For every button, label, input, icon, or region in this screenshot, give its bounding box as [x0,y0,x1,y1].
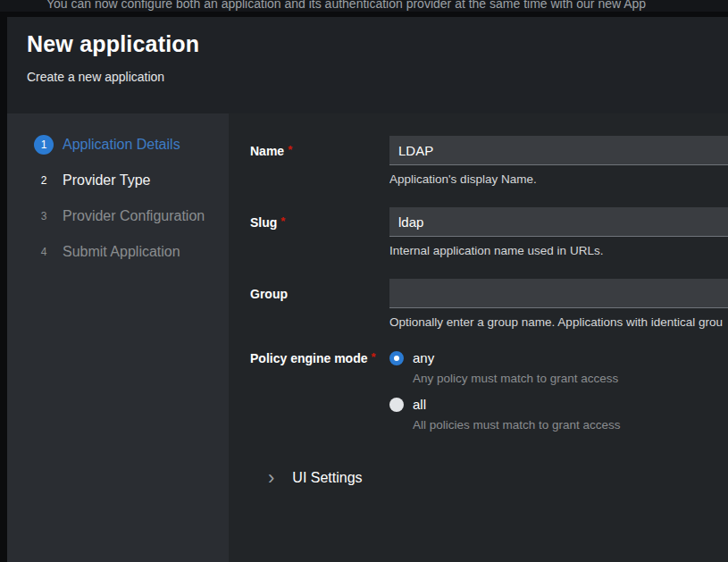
modal-subtitle: Create a new application [27,70,707,84]
wizard-nav: 1 Application Details 2 Provider Type 3 … [7,113,229,562]
name-help: Application's display Name. [389,172,728,186]
step-label: Submit Application [63,244,180,260]
radio-any-label: any [413,350,434,365]
group-help: Optionally enter a group name. Applicati… [389,315,728,329]
form-group-policy-engine-mode: Policy engine mode* any Any policy must … [250,350,728,443]
required-asterisk: * [280,214,285,228]
wizard-form: Name* Application's display Name. Slug* … [229,113,728,562]
new-application-modal: New application Create a new application… [7,17,728,562]
step-label: Application Details [63,137,180,153]
name-input[interactable] [389,136,728,165]
group-label: Group [250,287,288,301]
wizard-step-provider-configuration: 3 Provider Configuration [34,206,222,226]
ui-settings-expander[interactable]: › UI Settings [268,470,728,486]
step-label: Provider Type [63,172,150,189]
radio-option-all[interactable]: all [389,397,728,412]
step-number-badge: 3 [34,206,54,226]
policy-label-col: Policy engine mode* [250,350,389,443]
required-asterisk: * [371,350,375,364]
name-label-text: Name [250,144,284,158]
wizard-step-submit-application: 4 Submit Application [34,242,222,262]
radio-option-any[interactable]: any [389,350,728,365]
group-control-col: Optionally enter a group name. Applicati… [389,279,728,329]
name-label: Name* [250,144,292,158]
group-label-col: Group [250,279,389,329]
form-group-group: Group Optionally enter a group name. App… [250,279,728,329]
required-asterisk: * [288,143,292,156]
modal-body: 1 Application Details 2 Provider Type 3 … [7,113,728,562]
policy-control-col: any Any policy must match to grant acces… [389,350,728,443]
radio-all-help: All policies must match to grant access [413,418,728,432]
name-label-col: Name* [250,136,389,186]
step-number-badge: 1 [34,135,54,155]
step-number-badge: 4 [34,242,54,262]
radio-checked-icon[interactable] [389,351,404,365]
step-number-badge: 2 [34,171,54,190]
form-group-slug: Slug* Internal application name used in … [250,207,728,257]
slug-label-text: Slug [250,215,277,230]
group-input[interactable] [389,279,728,308]
banner-text: You can now configure both an applicatio… [0,0,728,11]
chevron-right-icon: › [268,471,274,485]
step-label: Provider Configuration [63,208,205,224]
radio-any-help: Any policy must match to grant access [413,372,728,385]
slug-input[interactable] [389,207,728,237]
group-label-text: Group [250,287,288,301]
name-control-col: Application's display Name. [389,136,728,186]
ui-settings-label: UI Settings [292,470,362,486]
radio-unchecked-icon[interactable] [389,398,404,412]
modal-header: New application Create a new application [7,17,728,113]
notification-banner: You can now configure both an applicatio… [0,0,728,12]
policy-label-text: Policy engine mode [250,351,367,365]
slug-help: Internal application name used in URLs. [389,244,728,257]
form-group-name: Name* Application's display Name. [250,136,728,186]
slug-label-col: Slug* [250,207,389,257]
wizard-step-application-details[interactable]: 1 Application Details [34,135,222,155]
modal-title: New application [27,31,707,57]
slug-control-col: Internal application name used in URLs. [389,207,728,257]
slug-label: Slug* [250,215,285,230]
policy-engine-mode-label: Policy engine mode* [250,351,376,365]
wizard-step-provider-type[interactable]: 2 Provider Type [34,171,222,190]
radio-all-label: all [413,397,426,412]
